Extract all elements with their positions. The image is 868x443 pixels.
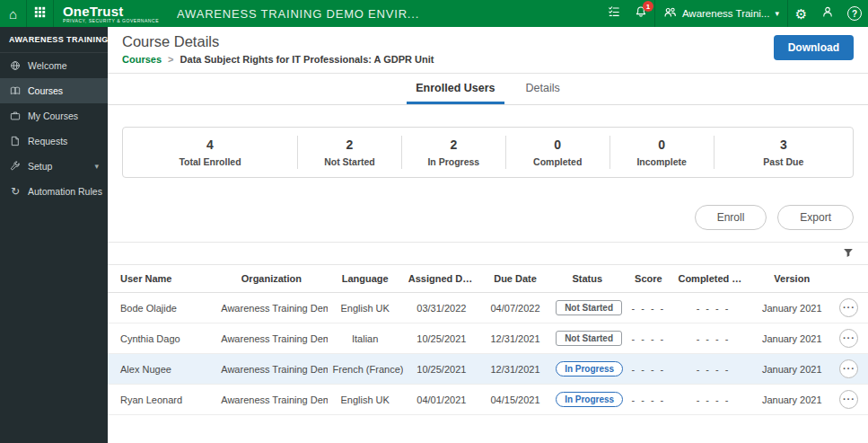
- stat-value: 4: [130, 137, 290, 152]
- help-button[interactable]: ?: [841, 0, 868, 27]
- tab-bar: Enrolled UsersDetails: [108, 74, 868, 105]
- cell-organization: Awareness Training Demo: [215, 354, 327, 385]
- cell-completed-date: - - - -: [672, 354, 753, 385]
- tab-details[interactable]: Details: [517, 74, 569, 104]
- sidebar-item-label: Courses: [28, 85, 63, 96]
- account-button[interactable]: [814, 0, 841, 27]
- cell-user-name: Ryan Leonard: [108, 385, 215, 415]
- book-icon: [9, 85, 22, 96]
- cell-score: - - - -: [624, 293, 672, 323]
- cell-version: January 2021: [754, 293, 830, 323]
- status-badge: Not Started: [556, 331, 622, 346]
- logo-tagline: PRIVACY, SECURITY & GOVERNANCE: [63, 19, 159, 23]
- column-header-completed-date[interactable]: Completed Date: [672, 265, 753, 293]
- breadcrumb-courses-link[interactable]: Courses: [122, 54, 162, 65]
- row-actions-button[interactable]: ···: [839, 329, 858, 348]
- sidebar-item-label: Welcome: [28, 60, 67, 71]
- cell-completed-date: - - - -: [672, 293, 753, 323]
- table-row[interactable]: Alex NugeeAwareness Training DemoFrench …: [108, 354, 868, 385]
- enroll-button[interactable]: Enroll: [695, 205, 767, 230]
- globe-icon: [9, 60, 22, 71]
- person-icon: [821, 5, 834, 22]
- cell-language: French (France): [328, 354, 403, 385]
- stat-completed: 0Completed: [505, 136, 609, 169]
- cell-assigned-date: 03/31/2022: [403, 293, 480, 323]
- table-row[interactable]: Bode OlajideAwareness Training DemoEngli…: [108, 293, 868, 323]
- briefcase-icon: [9, 111, 22, 121]
- stat-label: Completed: [513, 156, 602, 167]
- stat-total-enrolled: 4Total Enrolled: [123, 136, 297, 169]
- gear-icon: ⚙: [795, 7, 807, 21]
- breadcrumb-separator: >: [168, 54, 173, 65]
- filter-icon: [843, 247, 854, 261]
- sidebar-item-automation-rules[interactable]: ↻Automation Rules: [0, 179, 108, 204]
- cell-assigned-date: 10/25/2021: [403, 323, 480, 354]
- cell-assigned-date: 10/25/2021: [403, 354, 480, 385]
- cell-organization: Awareness Training Demo: [215, 323, 327, 354]
- table-row[interactable]: Ryan LeonardAwareness Training DemoEngli…: [108, 385, 868, 415]
- sidebar-item-courses[interactable]: Courses: [0, 78, 108, 103]
- sidebar-item-my-courses[interactable]: My Courses: [0, 103, 108, 128]
- page-header: Course Details Courses > Data Subject Ri…: [108, 27, 868, 74]
- cell-due-date: 12/31/2021: [480, 323, 550, 354]
- table-row[interactable]: Cynthia DagoAwareness Training DemoItali…: [108, 323, 868, 354]
- stat-label: Past Due: [722, 156, 846, 167]
- home-icon: ⌂: [9, 7, 17, 21]
- row-actions-button[interactable]: ···: [839, 298, 858, 317]
- cell-organization: Awareness Training Demo: [215, 293, 327, 323]
- document-icon: [9, 136, 22, 146]
- breadcrumb-current: Data Subject Rights for IT Professionals…: [180, 54, 434, 65]
- sidebar: AWARENESS TRAINING WelcomeCoursesMy Cour…: [0, 27, 108, 443]
- column-header-version[interactable]: Version: [754, 265, 830, 293]
- export-button[interactable]: Export: [777, 205, 854, 230]
- filter-bar: [108, 242, 868, 265]
- column-header-score[interactable]: Score: [624, 265, 672, 293]
- cell-due-date: 04/15/2021: [480, 385, 550, 415]
- stat-value: 0: [513, 137, 602, 152]
- sidebar-item-welcome[interactable]: Welcome: [0, 53, 108, 78]
- stat-in-progress: 2In Progress: [401, 136, 505, 169]
- settings-button[interactable]: ⚙: [787, 0, 814, 27]
- stat-label: Incomplete: [618, 156, 706, 167]
- chevron-down-icon: ▾: [775, 9, 779, 18]
- stats-card: 4Total Enrolled2Not Started2In Progress0…: [122, 127, 854, 178]
- column-header-actions: [830, 265, 868, 293]
- filter-button[interactable]: [841, 245, 855, 262]
- cell-actions: ···: [830, 385, 868, 415]
- cell-status: In Progress: [550, 385, 624, 415]
- stat-past-due: 3Past Due: [714, 136, 853, 169]
- notifications-button[interactable]: 1: [627, 0, 654, 27]
- status-badge: Not Started: [556, 300, 622, 315]
- row-actions-button[interactable]: ···: [839, 390, 858, 409]
- chevron-down-icon: ▾: [94, 162, 99, 171]
- onetrust-logo: OneTrust PRIVACY, SECURITY & GOVERNANCE: [54, 4, 168, 23]
- sidebar-item-setup[interactable]: Setup▾: [0, 154, 108, 179]
- column-header-assigned-date[interactable]: Assigned Date: [403, 265, 480, 293]
- column-header-due-date[interactable]: Due Date: [480, 265, 550, 293]
- cell-user-name: Alex Nugee: [108, 354, 215, 385]
- cell-completed-date: - - - -: [672, 323, 753, 354]
- tasks-button[interactable]: [601, 0, 627, 27]
- cell-version: January 2021: [754, 385, 830, 415]
- sidebar-item-requests[interactable]: Requests: [0, 128, 108, 154]
- column-header-language[interactable]: Language: [328, 265, 403, 293]
- cell-score: - - - -: [624, 354, 672, 385]
- column-header-user-name[interactable]: User Name: [108, 265, 215, 293]
- apps-grid-icon: [34, 5, 46, 22]
- sidebar-item-label: Automation Rules: [28, 186, 102, 197]
- home-button[interactable]: ⌂: [0, 0, 27, 27]
- tab-enrolled-users[interactable]: Enrolled Users: [407, 74, 504, 104]
- org-selector[interactable]: Awareness Traini... ▾: [654, 0, 787, 27]
- column-header-organization[interactable]: Organization: [215, 265, 327, 293]
- stat-label: Not Started: [305, 156, 394, 167]
- sidebar-item-label: Setup: [28, 161, 52, 172]
- stat-label: In Progress: [409, 156, 498, 167]
- row-actions-button[interactable]: ···: [839, 359, 858, 378]
- cell-organization: Awareness Training Demo: [215, 385, 327, 415]
- column-header-status[interactable]: Status: [550, 265, 624, 293]
- cell-due-date: 12/31/2021: [480, 354, 550, 385]
- apps-button[interactable]: [27, 0, 54, 27]
- download-button[interactable]: Download: [774, 35, 854, 60]
- cell-status: In Progress: [550, 354, 624, 385]
- sidebar-item-label: My Courses: [28, 111, 78, 121]
